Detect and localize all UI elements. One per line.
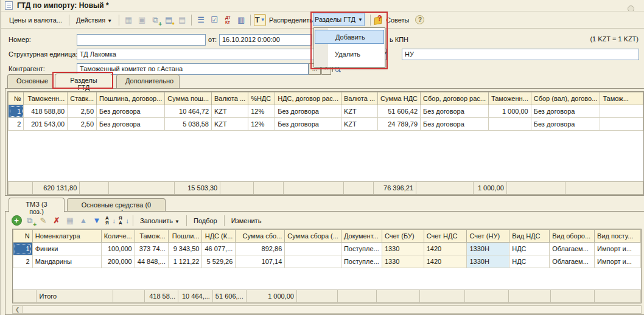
move-down-icon[interactable]: ▼ — [91, 215, 103, 227]
delete-icon[interactable]: ✗ — [51, 215, 63, 227]
table-cell[interactable]: 100,000 — [101, 243, 135, 255]
table-cell[interactable]: Облагаем... — [550, 255, 595, 268]
sections-grid[interactable]: №Таможенн...Ставк...Пошлина, договор...С… — [7, 91, 644, 195]
tab-osnovnye[interactable]: Основные — [7, 74, 54, 88]
tips-label[interactable]: Советы — [386, 16, 409, 24]
table-cell[interactable]: 5 529,26 — [202, 255, 236, 268]
table-cell[interactable]: НДС — [509, 255, 550, 268]
table-cell[interactable]: 46 077,... — [202, 243, 236, 255]
table-cell[interactable]: 5 038,58 — [165, 118, 212, 131]
table-cell[interactable]: 12% — [248, 105, 275, 118]
journal-icon[interactable]: ▥ — [235, 14, 247, 26]
undo-post-icon[interactable]: ▤ — [176, 14, 188, 26]
table-cell[interactable]: Без договора — [531, 118, 600, 131]
table-cell[interactable]: KZT — [341, 105, 377, 118]
prices-currency-button[interactable]: Цены и валюта... — [5, 15, 66, 26]
table-cell[interactable]: 9 343,50 — [168, 243, 202, 255]
save-icon[interactable]: ▦ — [122, 14, 135, 26]
tips-icon[interactable] — [373, 15, 383, 25]
copy-add-icon[interactable]: ⧉ — [24, 215, 36, 227]
table-cell[interactable]: 200,000 — [101, 255, 135, 268]
table-cell[interactable]: 1330Н — [467, 255, 509, 268]
table-cell[interactable] — [489, 118, 531, 131]
table-cell[interactable]: Импорт и... — [595, 243, 641, 255]
nu-input[interactable]: НУ — [402, 49, 639, 60]
tab-osnovnye-sredstva[interactable]: Основные средства (0 поз.) — [67, 198, 166, 212]
table-cell[interactable]: Облагаем... — [550, 243, 595, 255]
gtd-sections-button[interactable]: Разделы ГТД▼ — [313, 13, 365, 26]
pick-button[interactable]: Подбор — [189, 215, 222, 226]
menu-item-delete[interactable]: Удалить — [314, 47, 385, 61]
counterparty-input[interactable]: Таможенный комитет по г.Астана — [77, 63, 309, 75]
fill-button[interactable]: Заполнить ▼ — [136, 215, 184, 226]
table-cell[interactable]: Без договора — [421, 105, 489, 118]
sort-za-icon[interactable]: ЯА↓ — [118, 215, 129, 226]
horizontal-scrollbar[interactable]: ❮ — [12, 305, 642, 314]
table-cell[interactable]: Без договора — [97, 118, 165, 131]
date-input[interactable]: 16.10.2012 0:00:00 — [219, 34, 312, 46]
change-button[interactable]: Изменить — [227, 215, 266, 226]
table-cell[interactable]: 12% — [248, 118, 275, 131]
table-cell[interactable]: 1420 — [424, 243, 467, 255]
table-cell[interactable]: НДС — [509, 243, 550, 255]
table-cell[interactable]: Финики — [32, 243, 101, 255]
table-cell[interactable]: Без договора — [97, 105, 165, 118]
copy-add-icon[interactable]: ⧉ — [149, 14, 161, 26]
sort-az-icon[interactable]: АЯ↓ — [105, 215, 116, 226]
tab-tmz[interactable]: ТМЗ (3 поз.) — [9, 198, 65, 212]
table-cell[interactable]: 10 464,72 — [165, 105, 212, 118]
scroll-left-icon[interactable]: ❮ — [13, 306, 23, 313]
tab-razdely-gtd[interactable]: Разделы ГТД — [55, 74, 113, 89]
table-cell[interactable]: Поступле... — [341, 243, 382, 255]
table-cell[interactable]: 51 606,42 — [378, 105, 421, 118]
table-cell[interactable]: Без договора — [275, 105, 341, 118]
move-up-icon[interactable]: ▲ — [77, 215, 89, 227]
table-cell[interactable]: Импорт и... — [595, 255, 641, 268]
table-cell[interactable]: 107,14 — [236, 255, 285, 268]
table-cell[interactable]: 1 — [9, 105, 24, 118]
table-cell[interactable]: 2 — [9, 118, 24, 131]
menu-item-add[interactable]: Добавить — [315, 30, 384, 44]
table-cell[interactable]: KZT — [212, 118, 248, 131]
table-cell[interactable]: 1420 — [424, 255, 467, 268]
post-coins-icon[interactable]: ▤ — [163, 14, 175, 26]
table-cell[interactable]: 418 588,80 — [24, 105, 68, 118]
add-icon[interactable]: + — [10, 215, 23, 227]
table-cell[interactable]: 1330 — [382, 255, 424, 268]
distribute-button[interactable]: Распределить — [265, 15, 317, 26]
table-cell[interactable]: KZT — [341, 118, 377, 131]
edit-icon[interactable]: ✎ — [37, 215, 49, 227]
table-cell[interactable]: 1 000,00 — [489, 105, 531, 118]
table-cell[interactable] — [285, 255, 341, 268]
table-cell[interactable]: 1 — [13, 243, 33, 255]
table-cell[interactable]: 24 789,79 — [378, 118, 421, 131]
dt-kt-icon[interactable]: ДтКт — [222, 14, 234, 26]
table-cell[interactable] — [285, 243, 341, 255]
table-cell[interactable]: 201 543,00 — [24, 118, 68, 131]
table-cell[interactable]: 2,50 — [68, 118, 97, 131]
checklist-icon[interactable]: ☑ — [208, 14, 220, 26]
table-cell[interactable]: Мандарины — [32, 255, 101, 268]
table-cell[interactable]: 1 121,22 — [168, 255, 202, 268]
help-icon[interactable]: ? — [415, 15, 424, 24]
table-cell[interactable]: 2,50 — [68, 105, 97, 118]
table-cell[interactable]: 373 74... — [135, 243, 168, 255]
end-edit-icon[interactable]: ▦ — [64, 215, 76, 227]
table-cell[interactable]: 892,86 — [236, 243, 285, 255]
number-input[interactable] — [77, 34, 206, 46]
table-cell[interactable]: 2 — [13, 255, 33, 268]
table-cell[interactable]: 44 848,... — [135, 255, 168, 268]
table-cell[interactable] — [600, 118, 643, 131]
items-grid[interactable]: NНоменклатураКоличе...Тамож...Пошли...НД… — [12, 229, 642, 303]
table-cell[interactable]: Поступле... — [341, 255, 382, 268]
tab-dopolnitelno[interactable]: Дополнительно — [116, 74, 180, 88]
rows-icon[interactable]: ☰ — [195, 14, 207, 26]
table-cell[interactable]: Без договора — [421, 118, 489, 131]
table-cell[interactable]: Без договора — [275, 118, 341, 131]
actions-button[interactable]: Действия ▼ — [72, 15, 116, 26]
table-cell[interactable]: Без договора — [531, 105, 600, 118]
table-cell[interactable]: 1330Н — [467, 243, 509, 255]
table-cell[interactable]: 1330 — [382, 243, 424, 255]
table-cell[interactable] — [600, 105, 643, 118]
post-icon[interactable]: ▣ — [136, 14, 148, 26]
